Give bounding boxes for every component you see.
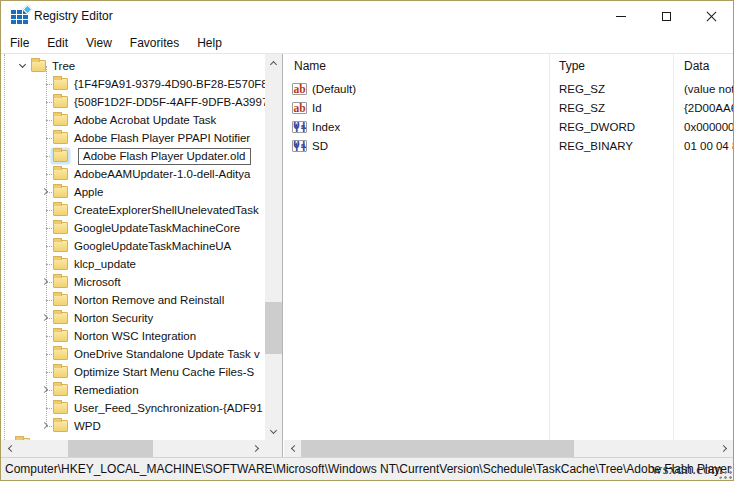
menu-item-edit[interactable]: Edit [38,34,77,52]
scrollbar-thumb[interactable] [68,440,153,457]
tree-vertical-scrollbar[interactable] [265,54,282,440]
values-pane: Name Type Data ab (Default) REG_SZ (valu… [284,54,733,457]
scroll-left-button[interactable] [284,440,301,457]
tree-item-label: GoogleUpdateTaskMachineCore [74,222,240,234]
scroll-down-button[interactable] [265,423,282,440]
menu-item-view[interactable]: View [77,34,121,52]
tree-item-label: {508F1D2F-DD5F-4AFF-9DFB-A3997 [74,96,265,108]
chevron-right-icon[interactable] [41,314,48,321]
tree-item[interactable]: Norton Security [1,309,265,327]
close-button[interactable] [689,2,734,31]
value-row-sd[interactable]: 011110 SD REG_BINARY 01 00 04 8 [284,138,733,157]
scrollbar-thumb[interactable] [265,302,282,354]
binary-value-icon: 011110 [292,140,307,152]
folder-icon [53,168,68,180]
folder-icon [53,96,68,108]
value-row-default[interactable]: ab (Default) REG_SZ (value not [284,81,733,100]
tree-item-label: AdobeAAMUpdater-1.0-dell-Aditya [74,168,250,180]
tree-item[interactable]: WPD [1,417,265,435]
chevron-left-icon [290,445,297,452]
minimize-icon [616,16,626,17]
list-horizontal-scrollbar[interactable] [284,440,733,457]
folder-icon [53,330,68,342]
folder-icon [53,78,68,90]
tree-item[interactable]: CreateExplorerShellUnelevatedTask [1,201,265,219]
tree-item-label: Adobe Flash Player PPAPI Notifier [74,132,250,144]
chevron-right-icon[interactable] [41,422,48,429]
tree-item-label: GoogleUpdateTaskMachineUA [74,240,231,252]
column-header-data[interactable]: Data [684,59,709,73]
scroll-up-button[interactable] [265,54,282,71]
folder-icon [53,366,68,378]
value-row-index[interactable]: 011110 Index REG_DWORD 0x0000000 [284,119,733,138]
tree-item-label: Microsoft [74,276,121,288]
tree-pane: Tree {1F4F9A91-9379-4D90-BF28-E570F8 {50… [1,54,283,457]
chevron-down-icon [270,426,277,433]
tree-item-label: Adobe Acrobat Update Task [74,114,216,126]
chevron-right-icon[interactable] [41,386,48,393]
tree-item[interactable]: {508F1D2F-DD5F-4AFF-9DFB-A3997 [1,93,265,111]
chevron-right-icon[interactable] [41,278,48,285]
menu-item-help[interactable]: Help [188,34,231,52]
tree-item[interactable]: Remediation [1,381,265,399]
main-area: Tree {1F4F9A91-9379-4D90-BF28-E570F8 {50… [1,53,733,457]
chevron-right-icon[interactable] [41,188,48,195]
folder-icon [53,384,68,396]
tree-item[interactable]: Microsoft [1,273,265,291]
close-icon [705,10,718,23]
value-type: REG_SZ [559,102,605,114]
tree-item-label: Optimize Start Menu Cache Files-S [74,366,254,378]
tree-item[interactable]: OneDrive Standalone Update Task v [1,345,265,363]
scroll-left-button[interactable] [1,440,18,457]
scroll-right-button[interactable] [248,440,265,457]
column-header-type[interactable]: Type [559,59,585,73]
chevron-right-icon [719,445,726,452]
scrollbar-thumb[interactable] [301,440,574,457]
binary-value-icon: 011110 [292,121,307,133]
folder-icon [53,204,68,216]
value-data: 01 00 04 8 [684,140,733,152]
menu-item-favorites[interactable]: Favorites [121,34,188,52]
tree-item[interactable]: Norton Remove and Reinstall [1,291,265,309]
scroll-right-button[interactable] [716,440,733,457]
tree-item-label: WPD [74,420,101,432]
chevron-down-icon[interactable] [19,61,26,68]
tree-item-tree[interactable]: Tree [1,57,265,75]
tree-item[interactable]: Norton WSC Integration [1,327,265,345]
tree-item-label: Norton Security [74,312,153,324]
chevron-left-icon [7,445,14,452]
tree-item[interactable]: Adobe Acrobat Update Task [1,111,265,129]
tree-view[interactable]: Tree {1F4F9A91-9379-4D90-BF28-E570F8 {50… [1,54,265,440]
rename-editbox[interactable]: Adobe Flash Player Updater.old [78,148,251,165]
folder-icon [53,294,68,306]
status-path: Computer\HKEY_LOCAL_MACHINE\SOFTWARE\Mic… [5,458,731,480]
rename-text: Adobe Flash Player Updater.old [83,150,245,162]
tree-item[interactable]: Adobe Flash Player PPAPI Notifier [1,129,265,147]
tree-item-label: CreateExplorerShellUnelevatedTask [74,204,259,216]
tree-item-selected[interactable]: Adobe Flash Player Updater.old [1,147,265,165]
folder-icon [53,186,68,198]
tree-item-label: Norton Remove and Reinstall [74,294,224,306]
tree-item[interactable]: Optimize Start Menu Cache Files-S [1,363,265,381]
maximize-button[interactable] [644,2,689,31]
folder-icon [53,114,68,126]
tree-item[interactable]: {1F4F9A91-9379-4D90-BF28-E570F8 [1,75,265,93]
menu-item-file[interactable]: File [1,34,38,52]
tree-item[interactable]: User_Feed_Synchronization-{ADF91 [1,399,265,417]
tree-item[interactable]: GoogleUpdateTaskMachineUA [1,237,265,255]
tree-item[interactable]: AdobeAAMUpdater-1.0-dell-Aditya [1,165,265,183]
tree-item-label: OneDrive Standalone Update Task v [74,348,260,360]
tree-item[interactable]: Apple [1,183,265,201]
folder-icon [53,276,68,288]
value-data: 0x0000000 [684,121,733,133]
value-name: SD [312,140,328,152]
minimize-button[interactable] [598,2,643,31]
tree-item[interactable]: GoogleUpdateTaskMachineCore [1,219,265,237]
registry-editor-window: Registry Editor File Edit View Favorites… [0,0,734,481]
tree-item[interactable]: klcp_update [1,255,265,273]
titlebar[interactable]: Registry Editor [1,1,733,32]
tree-horizontal-scrollbar[interactable] [1,440,265,457]
value-row-id[interactable]: ab Id REG_SZ {2D00AA6 [284,100,733,119]
column-header-name[interactable]: Name [294,59,326,73]
value-type: REG_DWORD [559,121,635,133]
